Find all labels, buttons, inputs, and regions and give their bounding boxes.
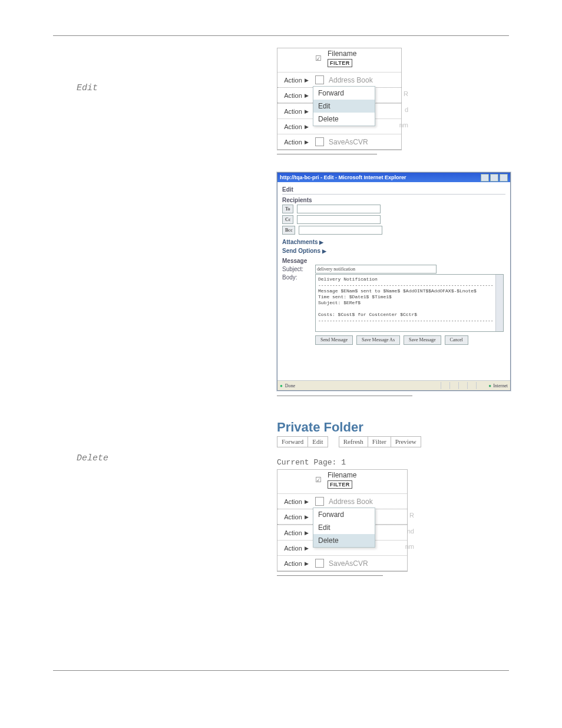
action-cell[interactable]: Action▶ bbox=[277, 498, 315, 505]
body-label: Body: bbox=[282, 274, 312, 281]
status-done: Done bbox=[285, 383, 295, 388]
checkall-icon[interactable]: ☑ bbox=[315, 54, 322, 62]
action-cell-hover[interactable]: Action ▶ bbox=[277, 92, 315, 99]
sendoptions-toggle[interactable]: Send Options ▶ bbox=[282, 248, 505, 254]
section-edit: Edit ☑ Filename FILTER bbox=[53, 48, 509, 447]
chevron-right-icon: ▶ bbox=[305, 499, 309, 505]
mini-header-row: ☑ Filename FILTER bbox=[277, 470, 407, 493]
ie-titlebar: http://tqa-bc-pri - Edit - Microsoft Int… bbox=[277, 173, 510, 182]
ghost-text: R bbox=[404, 90, 408, 97]
row-saveascvr[interactable]: Action ▶ SaveAsCVR bbox=[277, 134, 401, 149]
col-filename: Filename bbox=[328, 471, 356, 479]
min-icon[interactable] bbox=[481, 174, 489, 182]
done-icon: ● bbox=[280, 383, 283, 388]
left-label-edit: Edit bbox=[53, 48, 277, 93]
to-input[interactable] bbox=[297, 205, 381, 213]
ie-window-edit: http://tqa-bc-pri - Edit - Microsoft Int… bbox=[277, 172, 511, 391]
action-label: Action bbox=[284, 108, 302, 115]
body-textarea[interactable]: Delivery Notification ------------------… bbox=[315, 274, 504, 332]
mini-header-row: ☑ Filename FILTER bbox=[277, 48, 401, 72]
mini-screenshot-delete: ☑ Filename FILTER Action▶ Address Book bbox=[277, 469, 408, 572]
action-cell[interactable]: Action ▶ bbox=[277, 77, 315, 84]
popout-forward[interactable]: Forward bbox=[313, 87, 375, 100]
action-label: Action bbox=[284, 123, 302, 130]
popout-menu: Forward Edit Delete bbox=[313, 508, 375, 548]
action-label: Action bbox=[284, 139, 302, 146]
ie-button-row: Send Message Save Message As Save Messag… bbox=[315, 335, 505, 345]
caption-underline-3 bbox=[277, 575, 383, 576]
private-folder-title: Private Folder bbox=[277, 420, 511, 435]
chevron-right-icon: ▶ bbox=[305, 139, 309, 145]
bcc-button[interactable]: Bcc bbox=[282, 226, 295, 235]
attachments-toggle[interactable]: Attachments ▶ bbox=[282, 239, 505, 245]
bottom-rule bbox=[53, 670, 509, 671]
filter-badge[interactable]: FILTER bbox=[328, 59, 352, 67]
chevron-right-icon: ▶ bbox=[305, 124, 309, 130]
cc-button[interactable]: Cc bbox=[282, 215, 293, 224]
bcc-input[interactable] bbox=[299, 226, 382, 235]
chevron-right-icon: ▶ bbox=[305, 514, 309, 520]
cc-input[interactable] bbox=[297, 215, 381, 224]
action-cell[interactable]: Action ▶ bbox=[277, 108, 315, 115]
ghost-text: R bbox=[409, 512, 414, 519]
subject-label: Subject: bbox=[282, 266, 312, 272]
row-text-address-book: Address Book bbox=[329, 76, 373, 84]
ghost-text: d bbox=[405, 106, 408, 113]
row-checkbox[interactable] bbox=[315, 559, 324, 568]
chevron-right-icon: ▶ bbox=[305, 108, 309, 114]
save-button[interactable]: Save Message bbox=[404, 335, 441, 345]
figure-action-menu-edit: ☑ Filename FILTER Action ▶ Address Book bbox=[277, 48, 511, 447]
row-address-book[interactable]: Action▶ Address Book bbox=[277, 493, 407, 509]
filter-badge[interactable]: FILTER bbox=[328, 480, 352, 489]
chevron-right-icon: ▶ bbox=[322, 248, 326, 254]
save-as-button[interactable]: Save Message As bbox=[356, 335, 400, 345]
tb-edit[interactable]: Edit bbox=[308, 436, 328, 447]
popout-forward[interactable]: Forward bbox=[313, 508, 375, 521]
checkall-icon[interactable]: ☑ bbox=[315, 476, 322, 484]
figure-action-menu-delete: Current Page: 1 ☑ Filename FILTER Action… bbox=[277, 447, 509, 576]
chevron-right-icon: ▶ bbox=[305, 545, 309, 551]
recipients-label: Recipients bbox=[282, 197, 505, 203]
row-checkbox[interactable] bbox=[315, 75, 324, 84]
max-icon[interactable] bbox=[490, 174, 498, 182]
row-saveascvr[interactable]: Action▶ SaveAsCVR bbox=[277, 555, 407, 571]
attachments-label: Attachments bbox=[282, 239, 318, 245]
caption-underline-2 bbox=[277, 396, 412, 396]
row-text-saveascvr: SaveAsCVR bbox=[329, 138, 368, 146]
action-cell[interactable]: Action ▶ bbox=[277, 139, 315, 146]
col-filename: Filename bbox=[328, 50, 356, 58]
popout-delete[interactable]: Delete bbox=[313, 113, 375, 126]
current-page: Current Page: 1 bbox=[277, 458, 509, 467]
action-label: Action bbox=[284, 560, 302, 567]
mini-screenshot-edit: ☑ Filename FILTER Action ▶ Address Book bbox=[277, 48, 402, 150]
cancel-button[interactable]: Cancel bbox=[445, 335, 468, 345]
message-head: Message bbox=[282, 258, 505, 264]
subject-input[interactable]: delivery notification bbox=[315, 265, 437, 274]
row-checkbox[interactable] bbox=[315, 497, 324, 506]
tb-refresh[interactable]: Refresh bbox=[339, 436, 368, 447]
action-label: Action bbox=[284, 513, 302, 521]
to-button[interactable]: To bbox=[282, 205, 293, 213]
popout-edit[interactable]: Edit bbox=[313, 521, 375, 534]
section-delete: Delete Current Page: 1 ☑ Filename FILTER bbox=[53, 447, 509, 576]
action-label: Action bbox=[284, 529, 302, 536]
internet-icon: ● bbox=[488, 383, 491, 388]
row-checkbox[interactable] bbox=[315, 137, 324, 146]
ie-section-head: Edit bbox=[282, 186, 505, 195]
popout-delete[interactable]: Delete bbox=[313, 534, 375, 547]
chevron-right-icon: ▶ bbox=[305, 93, 309, 98]
ie-statusbar: ● Done ● Internet bbox=[277, 380, 510, 390]
ghost-text: nm bbox=[399, 121, 408, 129]
chevron-right-icon: ▶ bbox=[319, 239, 323, 245]
action-label: Action bbox=[284, 545, 302, 552]
tb-filter[interactable]: Filter bbox=[368, 436, 391, 447]
row-address-book[interactable]: Action ▶ Address Book bbox=[277, 72, 401, 87]
tb-preview[interactable]: Preview bbox=[391, 436, 421, 447]
action-cell[interactable]: Action ▶ bbox=[277, 123, 315, 130]
send-button[interactable]: Send Message bbox=[315, 335, 353, 345]
tb-forward[interactable]: Forward bbox=[277, 436, 308, 447]
action-label: Action bbox=[284, 77, 302, 84]
popout-edit[interactable]: Edit bbox=[313, 100, 375, 113]
action-label: Action bbox=[284, 92, 302, 99]
close-icon[interactable] bbox=[500, 174, 508, 182]
